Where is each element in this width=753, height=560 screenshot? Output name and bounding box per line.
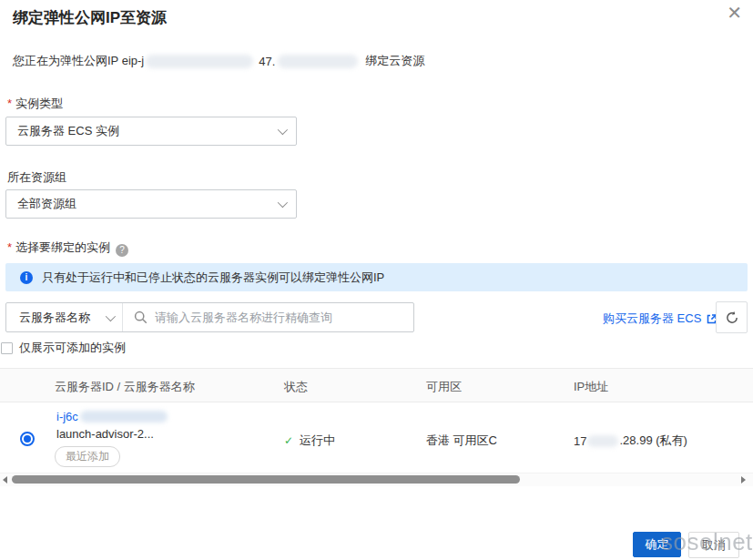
info-banner-text: 只有处于运行中和已停止状态的云服务器实例可以绑定弹性公网IP xyxy=(42,270,384,286)
instance-id-redacted xyxy=(80,411,168,423)
column-header-id-name: 云服务器ID / 云服务器名称 xyxy=(55,379,195,395)
required-mark: * xyxy=(7,97,12,110)
help-icon[interactable]: ? xyxy=(116,244,128,257)
search-combo: 云服务器名称 xyxy=(5,302,414,332)
scrollbar-thumb[interactable] xyxy=(12,475,520,484)
chevron-down-icon xyxy=(278,125,288,135)
instance-name: launch-advisor-2... xyxy=(56,427,154,441)
instance-type-value: 云服务器 ECS 实例 xyxy=(17,123,119,139)
row-radio-selected[interactable] xyxy=(20,432,35,446)
buy-ecs-link-label: 购买云服务器 ECS xyxy=(603,311,701,327)
only-addable-filter: 仅展示可添加的实例 xyxy=(1,340,126,356)
chevron-down-icon xyxy=(106,311,116,321)
instance-type-select[interactable]: 云服务器 ECS 实例 xyxy=(5,117,297,146)
chevron-down-icon xyxy=(278,198,288,208)
refresh-button[interactable] xyxy=(716,301,748,333)
intro-text: 您正在为弹性公网IP eip-j 47. 绑定云资源 xyxy=(13,53,424,69)
intro-suffix: 绑定云资源 xyxy=(365,53,424,69)
column-header-ip: IP地址 xyxy=(574,379,608,395)
instance-zone: 香港 可用区C xyxy=(426,433,497,449)
column-header-status: 状态 xyxy=(284,379,308,395)
column-header-zone: 可用区 xyxy=(426,379,462,395)
ip-prefix: 17 xyxy=(574,434,586,448)
only-addable-label: 仅展示可添加的实例 xyxy=(19,340,126,356)
info-icon: i xyxy=(20,271,33,284)
intro-prefix: 您正在为弹性公网IP eip-j xyxy=(13,53,144,69)
instance-id-visible: i-j6c xyxy=(56,410,78,423)
check-icon: ✓ xyxy=(284,434,293,447)
instance-type-label: *实例类型 xyxy=(7,96,63,112)
confirm-button[interactable]: 确定 xyxy=(633,532,681,557)
refresh-icon xyxy=(725,311,739,325)
buy-ecs-link[interactable]: 购买云服务器 ECS xyxy=(603,311,717,327)
instance-id-link[interactable]: i-j6c xyxy=(56,410,168,423)
required-mark: * xyxy=(7,240,12,254)
search-input-wrap xyxy=(123,311,413,324)
dialog-title: 绑定弹性公网IP至资源 xyxy=(13,7,167,28)
bind-eip-dialog: 绑定弹性公网IP至资源 ✕ 您正在为弹性公网IP eip-j 47. 绑定云资源… xyxy=(0,0,753,560)
scroll-right-arrow-icon[interactable] xyxy=(741,476,746,484)
search-input[interactable] xyxy=(155,311,410,324)
info-banner: i 只有处于运行中和已停止状态的云服务器实例可以绑定弹性公网IP xyxy=(5,263,748,291)
only-addable-checkbox[interactable] xyxy=(1,342,13,354)
intro-ip-visible: 47. xyxy=(259,55,275,68)
search-filter-value: 云服务器名称 xyxy=(19,310,90,326)
recently-added-badge: 最近添加 xyxy=(55,446,120,467)
search-icon xyxy=(134,311,148,324)
instance-status: ✓ 运行中 xyxy=(284,433,335,449)
select-instance-label: *选择要绑定的实例? xyxy=(7,239,128,257)
resource-group-select[interactable]: 全部资源组 xyxy=(5,189,297,219)
scroll-left-arrow-icon[interactable] xyxy=(3,476,7,484)
horizontal-scrollbar[interactable] xyxy=(0,473,753,486)
ip-suffix: .28.99 (私有) xyxy=(619,433,687,449)
search-filter-dropdown[interactable]: 云服务器名称 xyxy=(6,303,123,331)
cancel-button[interactable]: 取消 xyxy=(688,532,739,558)
instance-ip: 17 .28.99 (私有) xyxy=(574,433,687,449)
resource-group-label: 所在资源组 xyxy=(7,169,66,186)
ip-redacted xyxy=(587,435,618,447)
eip-id-redacted xyxy=(146,55,253,68)
close-icon[interactable]: ✕ xyxy=(723,2,746,24)
table-header: 云服务器ID / 云服务器名称 状态 可用区 IP地址 xyxy=(0,368,753,402)
resource-group-value: 全部资源组 xyxy=(17,196,76,212)
eip-address-redacted xyxy=(278,55,358,68)
status-text: 运行中 xyxy=(300,433,335,449)
